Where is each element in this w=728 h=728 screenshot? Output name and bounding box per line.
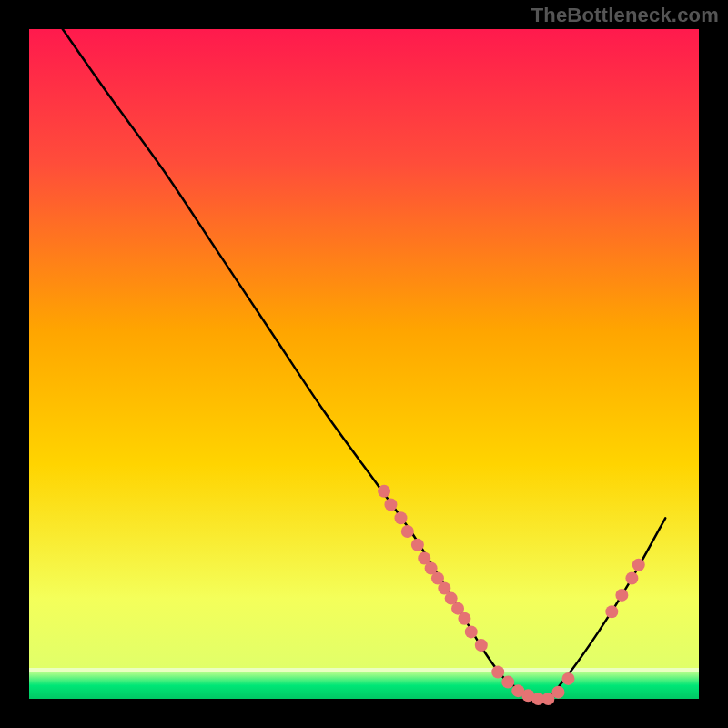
marker-dot [491,666,504,679]
marker-dot [615,589,628,602]
marker-dot [458,612,470,625]
marker-dot [411,539,424,551]
marker-dot [384,499,397,511]
marker-dot [632,559,645,571]
watermark-text: TheBottleneck.com [531,4,719,27]
marker-dot [378,485,390,498]
marker-dot [465,625,478,638]
green-highlight [29,668,699,672]
green-band [29,672,699,699]
marker-dot [401,525,414,538]
marker-dot [501,676,514,689]
marker-dot [475,639,488,652]
marker-dot [394,511,407,524]
bottleneck-chart [0,0,728,728]
chart-frame: TheBottleneck.com [0,0,728,728]
marker-dot [605,605,618,618]
marker-dot [625,572,638,585]
marker-dot [551,686,564,699]
plot-background [29,29,699,699]
marker-dot [561,672,574,685]
